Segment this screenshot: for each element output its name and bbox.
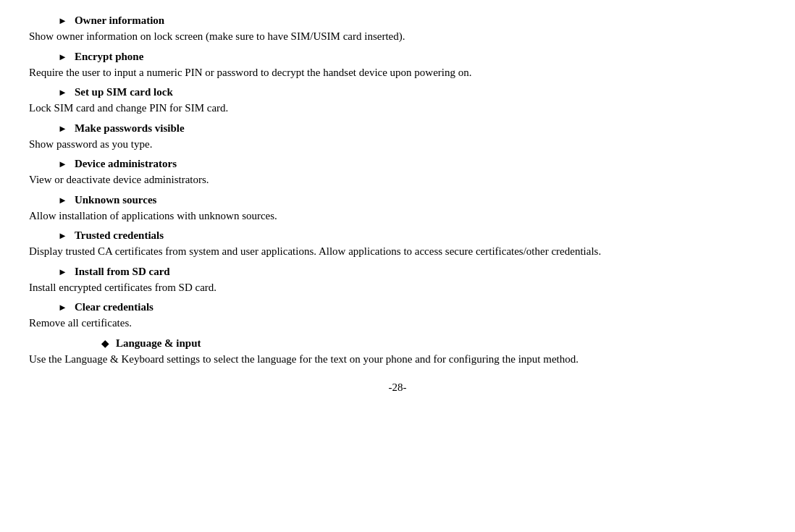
content-area: ► Owner information Show owner informati…	[29, 14, 766, 394]
heading-unknown-sources: ► Unknown sources	[29, 194, 766, 206]
entry-trusted-credentials: ► Trusted credentials Display trusted CA…	[29, 229, 766, 260]
body-trusted-credentials: Display trusted CA certificates from sys…	[29, 243, 766, 260]
heading-set-up-sim-card-lock: ► Set up SIM card lock	[29, 86, 766, 98]
heading-text-language-input: Language & input	[116, 337, 201, 350]
page-number: -28-	[29, 381, 766, 394]
body-make-passwords-visible: Show password as you type.	[29, 136, 766, 153]
bullet-set-up-sim-card-lock: ►	[58, 87, 67, 98]
body-clear-credentials: Remove all certificates.	[29, 315, 766, 332]
heading-text-clear-credentials: Clear credentials	[75, 301, 153, 313]
body-owner-information: Show owner information on lock screen (m…	[29, 28, 766, 45]
heading-encrypt-phone: ► Encrypt phone	[29, 51, 766, 63]
bullet-trusted-credentials: ►	[58, 230, 67, 242]
bullet-unknown-sources: ►	[58, 195, 67, 206]
heading-install-from-sd-card: ► Install from SD card	[29, 266, 766, 278]
entry-encrypt-phone: ► Encrypt phone Require the user to inpu…	[29, 51, 766, 81]
body-set-up-sim-card-lock: Lock SIM card and change PIN for SIM car…	[29, 100, 766, 117]
entry-install-from-sd-card: ► Install from SD card Install encrypted…	[29, 266, 766, 296]
body-install-from-sd-card: Install encrypted certificates from SD c…	[29, 279, 766, 296]
bullet-device-administrators: ►	[58, 159, 67, 170]
entry-unknown-sources: ► Unknown sources Allow installation of …	[29, 194, 766, 224]
body-language-input: Use the Language & Keyboard settings to …	[29, 351, 766, 368]
entry-language-input: ◆ Language & input Use the Language & Ke…	[29, 337, 766, 368]
heading-text-owner-information: Owner information	[75, 14, 164, 27]
entry-make-passwords-visible: ► Make passwords visible Show password a…	[29, 122, 766, 153]
heading-text-install-from-sd-card: Install from SD card	[75, 266, 170, 278]
heading-make-passwords-visible: ► Make passwords visible	[29, 122, 766, 135]
bullet-encrypt-phone: ►	[58, 51, 67, 63]
heading-language-input: ◆ Language & input	[29, 337, 766, 350]
heading-text-make-passwords-visible: Make passwords visible	[75, 122, 185, 135]
heading-trusted-credentials: ► Trusted credentials	[29, 229, 766, 242]
heading-text-trusted-credentials: Trusted credentials	[75, 229, 164, 242]
bullet-clear-credentials: ►	[58, 302, 67, 313]
body-encrypt-phone: Require the user to input a numeric PIN …	[29, 64, 766, 81]
heading-text-set-up-sim-card-lock: Set up SIM card lock	[75, 86, 173, 98]
bullet-language-input: ◆	[101, 338, 109, 350]
entry-clear-credentials: ► Clear credentials Remove all certifica…	[29, 301, 766, 332]
entry-device-administrators: ► Device administrators View or deactiva…	[29, 158, 766, 188]
heading-text-device-administrators: Device administrators	[75, 158, 177, 170]
bullet-owner-information: ►	[58, 15, 67, 27]
body-device-administrators: View or deactivate device administrators…	[29, 172, 766, 188]
bullet-make-passwords-visible: ►	[58, 123, 67, 135]
heading-owner-information: ► Owner information	[29, 14, 766, 27]
heading-text-encrypt-phone: Encrypt phone	[75, 51, 143, 63]
entry-set-up-sim-card-lock: ► Set up SIM card lock Lock SIM card and…	[29, 86, 766, 117]
bullet-install-from-sd-card: ►	[58, 266, 67, 278]
entry-owner-information: ► Owner information Show owner informati…	[29, 14, 766, 45]
heading-clear-credentials: ► Clear credentials	[29, 301, 766, 313]
body-unknown-sources: Allow installation of applications with …	[29, 208, 766, 224]
heading-device-administrators: ► Device administrators	[29, 158, 766, 170]
heading-text-unknown-sources: Unknown sources	[75, 194, 157, 206]
